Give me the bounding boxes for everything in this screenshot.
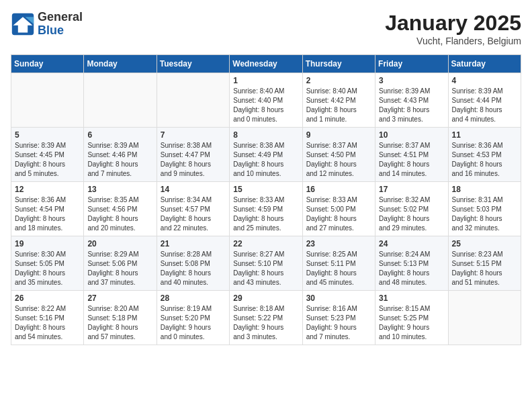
cell-content: Sunrise: 8:37 AM Sunset: 4:50 PM Dayligh… (306, 141, 371, 179)
calendar-cell: 14Sunrise: 8:34 AM Sunset: 4:57 PM Dayli… (157, 182, 229, 236)
calendar-cell: 9Sunrise: 8:37 AM Sunset: 4:50 PM Daylig… (302, 128, 375, 182)
day-number: 9 (306, 130, 371, 140)
day-number: 10 (379, 130, 444, 140)
cell-content: Sunrise: 8:30 AM Sunset: 5:05 PM Dayligh… (15, 250, 80, 287)
day-of-week-header: Friday (375, 55, 448, 73)
cell-content: Sunrise: 8:38 AM Sunset: 4:49 PM Dayligh… (233, 141, 298, 179)
calendar-week-row: 5Sunrise: 8:39 AM Sunset: 4:45 PM Daylig… (11, 128, 521, 182)
logo: General Blue (11, 11, 83, 38)
cell-content: Sunrise: 8:28 AM Sunset: 5:08 PM Dayligh… (161, 250, 226, 287)
day-of-week-header: Monday (84, 55, 157, 73)
calendar-cell: 25Sunrise: 8:23 AM Sunset: 5:15 PM Dayli… (448, 236, 521, 291)
calendar-table: SundayMondayTuesdayWednesdayThursdayFrid… (11, 54, 521, 345)
cell-content: Sunrise: 8:32 AM Sunset: 5:02 PM Dayligh… (379, 195, 444, 233)
day-number: 20 (87, 239, 152, 248)
title-block: January 2025 Vucht, Flanders, Belgium (385, 11, 521, 46)
cell-content: Sunrise: 8:29 AM Sunset: 5:06 PM Dayligh… (87, 250, 152, 287)
cell-content: Sunrise: 8:33 AM Sunset: 4:59 PM Dayligh… (233, 195, 298, 233)
calendar-cell: 15Sunrise: 8:33 AM Sunset: 4:59 PM Dayli… (230, 182, 302, 236)
day-number: 28 (161, 293, 226, 303)
day-of-week-header: Tuesday (157, 55, 229, 73)
cell-content: Sunrise: 8:40 AM Sunset: 4:42 PM Dayligh… (306, 87, 371, 124)
cell-content: Sunrise: 8:31 AM Sunset: 5:03 PM Dayligh… (452, 195, 517, 233)
calendar-cell (157, 73, 229, 128)
day-number: 21 (161, 239, 226, 248)
cell-content: Sunrise: 8:39 AM Sunset: 4:46 PM Dayligh… (87, 141, 152, 179)
calendar-cell: 20Sunrise: 8:29 AM Sunset: 5:06 PM Dayli… (84, 236, 157, 291)
cell-content: Sunrise: 8:35 AM Sunset: 4:56 PM Dayligh… (87, 195, 152, 233)
day-number: 27 (87, 293, 152, 303)
calendar-cell: 12Sunrise: 8:36 AM Sunset: 4:54 PM Dayli… (11, 182, 84, 236)
cell-content: Sunrise: 8:38 AM Sunset: 4:47 PM Dayligh… (161, 141, 226, 179)
day-of-week-header: Sunday (11, 55, 84, 73)
cell-content: Sunrise: 8:23 AM Sunset: 5:15 PM Dayligh… (452, 250, 517, 287)
calendar-cell: 4Sunrise: 8:39 AM Sunset: 4:44 PM Daylig… (448, 73, 521, 128)
day-number: 22 (233, 239, 298, 248)
logo-icon (11, 12, 35, 36)
location-subtitle: Vucht, Flanders, Belgium (385, 36, 521, 46)
logo-general-text: General (38, 11, 83, 24)
cell-content: Sunrise: 8:19 AM Sunset: 5:20 PM Dayligh… (161, 304, 226, 342)
calendar-cell: 28Sunrise: 8:19 AM Sunset: 5:20 PM Dayli… (157, 291, 229, 345)
calendar-cell: 18Sunrise: 8:31 AM Sunset: 5:03 PM Dayli… (448, 182, 521, 236)
month-title: January 2025 (385, 11, 521, 36)
calendar-cell: 22Sunrise: 8:27 AM Sunset: 5:10 PM Dayli… (230, 236, 302, 291)
calendar-week-row: 1Sunrise: 8:40 AM Sunset: 4:40 PM Daylig… (11, 73, 521, 128)
cell-content: Sunrise: 8:25 AM Sunset: 5:11 PM Dayligh… (306, 250, 371, 287)
calendar-week-row: 26Sunrise: 8:22 AM Sunset: 5:16 PM Dayli… (11, 291, 521, 345)
cell-content: Sunrise: 8:36 AM Sunset: 4:54 PM Dayligh… (15, 195, 80, 233)
calendar-header-row: SundayMondayTuesdayWednesdayThursdayFrid… (11, 55, 521, 73)
day-of-week-header: Thursday (302, 55, 375, 73)
day-number: 30 (306, 293, 371, 303)
day-number: 8 (233, 130, 298, 140)
day-number: 13 (87, 185, 152, 194)
calendar-cell: 2Sunrise: 8:40 AM Sunset: 4:42 PM Daylig… (302, 73, 375, 128)
calendar-cell: 29Sunrise: 8:18 AM Sunset: 5:22 PM Dayli… (230, 291, 302, 345)
calendar-cell: 26Sunrise: 8:22 AM Sunset: 5:16 PM Dayli… (11, 291, 84, 345)
calendar-cell: 8Sunrise: 8:38 AM Sunset: 4:49 PM Daylig… (230, 128, 302, 182)
cell-content: Sunrise: 8:22 AM Sunset: 5:16 PM Dayligh… (15, 304, 80, 342)
calendar-cell: 13Sunrise: 8:35 AM Sunset: 4:56 PM Dayli… (84, 182, 157, 236)
cell-content: Sunrise: 8:33 AM Sunset: 5:00 PM Dayligh… (306, 195, 371, 233)
day-number: 29 (233, 293, 298, 303)
cell-content: Sunrise: 8:15 AM Sunset: 5:25 PM Dayligh… (379, 304, 444, 342)
day-number: 3 (379, 76, 444, 85)
day-number: 4 (452, 76, 517, 85)
cell-content: Sunrise: 8:39 AM Sunset: 4:45 PM Dayligh… (15, 141, 80, 179)
day-number: 19 (15, 239, 80, 248)
calendar-cell: 21Sunrise: 8:28 AM Sunset: 5:08 PM Dayli… (157, 236, 229, 291)
day-number: 12 (15, 185, 80, 194)
logo-text: General Blue (38, 11, 83, 38)
cell-content: Sunrise: 8:27 AM Sunset: 5:10 PM Dayligh… (233, 250, 298, 287)
cell-content: Sunrise: 8:16 AM Sunset: 5:23 PM Dayligh… (306, 304, 371, 342)
day-number: 31 (379, 293, 444, 303)
cell-content: Sunrise: 8:24 AM Sunset: 5:13 PM Dayligh… (379, 250, 444, 287)
calendar-cell (11, 73, 84, 128)
cell-content: Sunrise: 8:36 AM Sunset: 4:53 PM Dayligh… (452, 141, 517, 179)
calendar-cell: 10Sunrise: 8:37 AM Sunset: 4:51 PM Dayli… (375, 128, 448, 182)
cell-content: Sunrise: 8:34 AM Sunset: 4:57 PM Dayligh… (161, 195, 226, 233)
day-number: 15 (233, 185, 298, 194)
calendar-cell (448, 291, 521, 345)
calendar-cell: 23Sunrise: 8:25 AM Sunset: 5:11 PM Dayli… (302, 236, 375, 291)
calendar-cell: 7Sunrise: 8:38 AM Sunset: 4:47 PM Daylig… (157, 128, 229, 182)
day-number: 18 (452, 185, 517, 194)
calendar-week-row: 19Sunrise: 8:30 AM Sunset: 5:05 PM Dayli… (11, 236, 521, 291)
calendar-cell: 11Sunrise: 8:36 AM Sunset: 4:53 PM Dayli… (448, 128, 521, 182)
day-number: 2 (306, 76, 371, 85)
day-number: 26 (15, 293, 80, 303)
calendar-cell: 3Sunrise: 8:39 AM Sunset: 4:43 PM Daylig… (375, 73, 448, 128)
day-number: 24 (379, 239, 444, 248)
day-number: 25 (452, 239, 517, 248)
day-number: 16 (306, 185, 371, 194)
day-number: 17 (379, 185, 444, 194)
day-number: 23 (306, 239, 371, 248)
calendar-cell: 30Sunrise: 8:16 AM Sunset: 5:23 PM Dayli… (302, 291, 375, 345)
calendar-cell: 5Sunrise: 8:39 AM Sunset: 4:45 PM Daylig… (11, 128, 84, 182)
day-number: 1 (233, 76, 298, 85)
calendar-cell: 16Sunrise: 8:33 AM Sunset: 5:00 PM Dayli… (302, 182, 375, 236)
cell-content: Sunrise: 8:18 AM Sunset: 5:22 PM Dayligh… (233, 304, 298, 342)
page-header: General Blue January 2025 Vucht, Flander… (11, 11, 521, 46)
calendar-cell: 27Sunrise: 8:20 AM Sunset: 5:18 PM Dayli… (84, 291, 157, 345)
day-number: 11 (452, 130, 517, 140)
